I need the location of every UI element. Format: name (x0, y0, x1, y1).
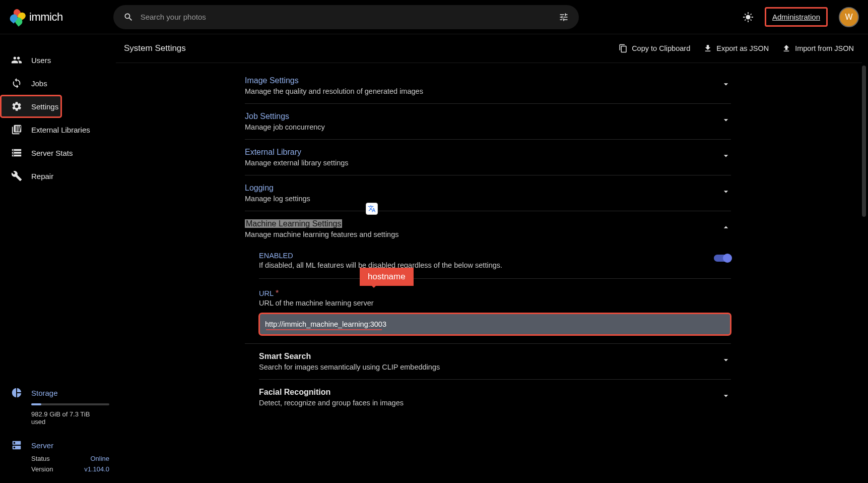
header-right: Administration W (743, 7, 859, 27)
action-label: Import from JSON (795, 44, 854, 52)
section-title: Logging (245, 184, 721, 193)
logo-text: immich (29, 11, 63, 24)
sync-icon (11, 78, 22, 89)
action-label: Export as JSON (716, 44, 769, 52)
page-title: System Settings (124, 43, 186, 53)
ml-enabled-label: ENABLED (259, 252, 714, 260)
chevron-up-icon (721, 222, 731, 232)
chevron-down-icon (721, 391, 731, 401)
sidebar-item-settings[interactable]: Settings (0, 95, 62, 118)
section-desc: Manage the quality and resolution of gen… (245, 87, 721, 95)
storage-text: 982.9 GiB of 7.3 TiB used (31, 410, 105, 426)
section-desc: Manage job concurrency (245, 123, 721, 131)
sidebar-item-jobs[interactable]: Jobs (0, 72, 106, 95)
copy-to-clipboard-button[interactable]: Copy to Clipboard (619, 44, 690, 53)
scrollbar[interactable] (862, 66, 866, 217)
section-toggle[interactable]: Facial Recognition Detect, recognize and… (259, 388, 731, 407)
section-title: External Library (245, 148, 721, 157)
gear-icon (11, 101, 22, 112)
sidebar-item-label: External Libraries (31, 126, 90, 134)
section-desc: Manage machine learning features and set… (245, 230, 721, 238)
section-toggle[interactable]: Smart Search Search for images semantica… (259, 352, 731, 371)
chevron-down-icon (721, 115, 731, 125)
sidebar-item-label: Jobs (31, 79, 47, 88)
sidebar-item-external-libraries[interactable]: External Libraries (0, 118, 106, 141)
section-desc: Manage external library settings (245, 159, 721, 167)
hostname-callout: hostname (360, 268, 414, 286)
section-title: Smart Search (259, 352, 721, 361)
section-desc: Manage log settings (245, 195, 721, 203)
sidebar-item-label: Server Stats (31, 149, 73, 157)
library-icon (11, 124, 22, 135)
ml-enabled-row: ENABLED If disabled, all ML features wil… (259, 248, 731, 279)
storage-title: Storage (31, 389, 58, 397)
server-block: Server StatusOnline Versionv1.104.0 (11, 440, 105, 473)
storage-icon (11, 147, 22, 158)
section-toggle[interactable]: External Library Manage external library… (245, 148, 731, 167)
sidebar-item-label: Repair (31, 172, 53, 180)
chevron-down-icon (721, 187, 731, 197)
section-machine-learning: Machine Learning Settings Manage machine… (245, 211, 731, 344)
sidebar-item-server-stats[interactable]: Server Stats (0, 141, 106, 164)
sidebar-item-users[interactable]: Users (0, 48, 106, 72)
header: immich Administration W (0, 0, 868, 34)
section-external-library: External Library Manage external library… (245, 140, 731, 175)
sidebar-item-label: Users (31, 56, 51, 65)
section-toggle[interactable]: Logging Manage log settings (245, 184, 731, 203)
users-icon (11, 54, 22, 66)
avatar[interactable]: W (839, 7, 859, 27)
section-toggle[interactable]: Image Settings Manage the quality and re… (245, 76, 731, 95)
logo-icon (9, 9, 25, 25)
server-version-label: Version (31, 465, 53, 473)
sidebar: Users Jobs Settings External Libraries S… (0, 34, 116, 483)
pie-chart-icon (11, 387, 22, 398)
main: System Settings Copy to Clipboard Export… (116, 34, 868, 483)
section-title: Facial Recognition (259, 388, 721, 397)
search-bar[interactable] (113, 5, 579, 29)
translate-icon[interactable] (366, 203, 378, 215)
section-title: Job Settings (245, 112, 721, 121)
required-indicator: * (276, 289, 279, 297)
section-smart-search: Smart Search Search for images semantica… (259, 344, 731, 380)
logo[interactable]: immich (9, 9, 63, 25)
search-input[interactable] (141, 13, 559, 21)
section-logging: Logging Manage log settings (245, 175, 731, 211)
section-toggle[interactable]: Job Settings Manage job concurrency (245, 112, 731, 131)
server-title: Server (31, 441, 53, 450)
section-desc: Detect, recognize and group faces in ima… (259, 399, 721, 407)
ml-url-desc: URL of the machine learning server (259, 299, 731, 307)
import-json-button[interactable]: Import from JSON (782, 44, 854, 53)
sidebar-item-label: Settings (31, 102, 58, 111)
sidebar-item-repair[interactable]: Repair (0, 164, 106, 188)
search-icon (123, 12, 133, 22)
export-json-button[interactable]: Export as JSON (703, 44, 769, 53)
theme-toggle-icon[interactable] (743, 12, 754, 23)
chevron-down-icon (721, 355, 731, 365)
storage-bar (31, 403, 109, 405)
settings-content: Image Settings Manage the quality and re… (116, 63, 862, 435)
chevron-down-icon (721, 151, 731, 161)
section-toggle[interactable]: Machine Learning Settings Manage machine… (245, 219, 731, 238)
ml-url-field: hostname URL* URL of the machine learnin… (259, 279, 731, 335)
section-title: Image Settings (245, 76, 721, 85)
chevron-down-icon (721, 79, 731, 89)
section-facial-recognition: Facial Recognition Detect, recognize and… (259, 380, 731, 415)
action-label: Copy to Clipboard (632, 44, 690, 52)
server-status-label: Status (31, 455, 50, 462)
section-image-settings: Image Settings Manage the quality and re… (245, 68, 731, 104)
server-status-value: Online (90, 455, 109, 462)
storage-block: Storage 982.9 GiB of 7.3 TiB used (11, 387, 105, 426)
ml-enabled-toggle[interactable] (714, 255, 731, 262)
ml-url-input[interactable] (259, 313, 731, 335)
tune-icon[interactable] (559, 12, 569, 22)
section-desc: Search for images semantically using CLI… (259, 363, 721, 371)
dns-icon (11, 440, 22, 451)
ml-url-label: URL (259, 289, 274, 297)
wrench-icon (11, 170, 22, 182)
section-job-settings: Job Settings Manage job concurrency (245, 104, 731, 140)
section-title: Machine Learning Settings (245, 219, 342, 228)
spellcheck-underline (266, 329, 382, 330)
server-version-value: v1.104.0 (84, 465, 109, 473)
main-header: System Settings Copy to Clipboard Export… (116, 34, 862, 63)
administration-link[interactable]: Administration (765, 7, 828, 27)
